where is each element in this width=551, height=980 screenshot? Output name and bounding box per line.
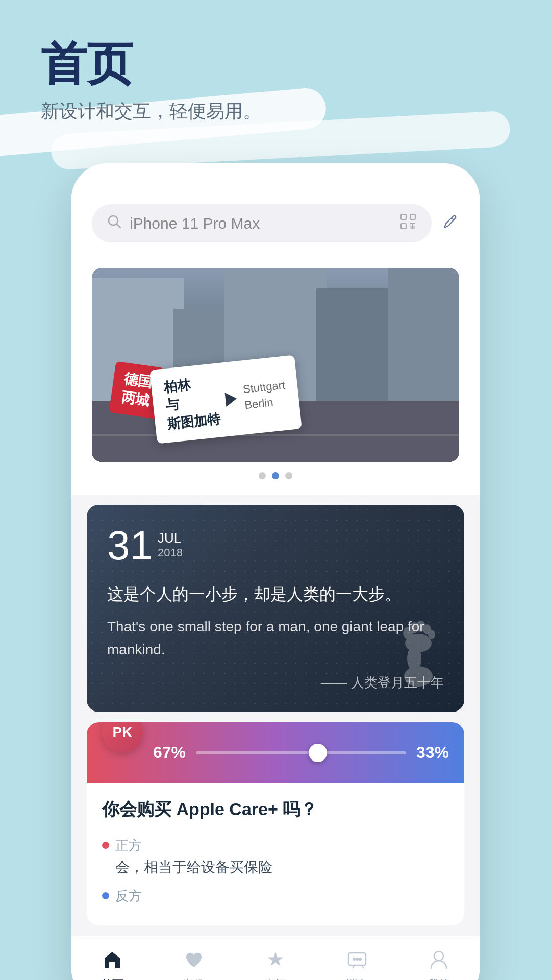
pk-card[interactable]: PK 67% 33% 你会购买 Apple Care+ 吗？ 正方 会，相当于给…	[87, 722, 464, 925]
page-header: 首页 新设计和交互，轻便易用。	[41, 41, 261, 124]
quote-text-en: That's one small step for a man, one gia…	[107, 616, 444, 662]
svg-line-1	[117, 224, 120, 228]
nav-item-messages[interactable]: 消息	[344, 946, 370, 980]
pk-percent-right: 33%	[416, 743, 449, 762]
pk-option-con: 反方	[87, 882, 464, 910]
edit-icon[interactable]	[442, 213, 459, 234]
user-icon	[425, 946, 452, 973]
pk-bar: PK 67% 33%	[87, 722, 464, 783]
svg-rect-4	[401, 224, 406, 229]
bottom-nav: 首页 兴趣 点评	[71, 936, 480, 980]
search-icon	[107, 214, 121, 232]
banner-dot-2[interactable]	[272, 472, 279, 479]
pk-slider-track[interactable]	[196, 751, 406, 754]
pk-option-pro-content: 会，相当于给设备买保险	[102, 857, 449, 877]
nav-label-messages: 消息	[346, 977, 368, 980]
home-icon	[99, 946, 126, 973]
svg-point-21	[434, 951, 443, 961]
banner-white-card: 柏林 与 斯图加特 Stuttgart Berlin	[149, 355, 302, 444]
banner-dot-3[interactable]	[285, 472, 292, 479]
search-area: iPhone 11 Pro Max	[71, 189, 480, 258]
banner-area: 德国 两城 柏林 与 斯图加特 Stuttgart Berlin	[71, 258, 480, 495]
nav-label-profile: 我的	[428, 977, 450, 980]
phone-mockup: iPhone 11 Pro Max	[71, 163, 480, 980]
scan-icon[interactable]	[400, 213, 416, 233]
pk-dot-blue	[102, 892, 109, 899]
quote-date: JUL 2018	[158, 525, 183, 559]
pk-option-pro-label: 正方	[102, 837, 449, 854]
pk-question: 你会购买 Apple Care+ 吗？	[87, 783, 464, 831]
quote-card[interactable]: 31 JUL 2018 这是个人的一小步，却是人类的一大步。 That's on…	[87, 505, 464, 712]
banner-arrow-icon	[225, 391, 238, 406]
search-placeholder: iPhone 11 Pro Max	[130, 215, 392, 232]
heart-icon	[181, 946, 207, 973]
banner-sub-text: Stuttgart Berlin	[242, 377, 288, 413]
quote-source: —— 人类登月五十年	[107, 674, 444, 692]
star-icon	[262, 946, 289, 973]
phone-content: iPhone 11 Pro Max	[71, 189, 480, 980]
nav-item-home[interactable]: 首页	[99, 946, 126, 980]
nav-label-interests: 兴趣	[183, 977, 205, 980]
pk-option-pro: 正方 会，相当于给设备买保险	[87, 831, 464, 882]
banner-image: 德国 两城 柏林 与 斯图加特 Stuttgart Berlin	[92, 268, 459, 462]
nav-label-home: 首页	[101, 977, 123, 980]
quote-text-zh: 这是个人的一小步，却是人类的一大步。	[107, 581, 444, 607]
svg-rect-7	[410, 226, 415, 229]
quote-day: 31	[107, 525, 153, 566]
svg-rect-3	[410, 214, 415, 219]
svg-rect-2	[401, 214, 406, 219]
search-bar[interactable]: iPhone 11 Pro Max	[92, 204, 432, 242]
banner-dot-1[interactable]	[259, 472, 266, 479]
nav-item-interests[interactable]: 兴趣	[181, 946, 207, 980]
pk-dot-red	[102, 842, 109, 849]
pk-option-con-label: 反方	[102, 887, 449, 905]
banner-dots	[71, 472, 480, 479]
nav-item-profile[interactable]: 我的	[425, 946, 452, 980]
svg-point-20	[359, 958, 362, 961]
pk-percent-left: 67%	[153, 743, 186, 762]
svg-point-19	[356, 958, 359, 961]
message-icon	[344, 946, 370, 973]
nav-item-reviews[interactable]: 点评	[262, 946, 289, 980]
pk-slider-thumb[interactable]	[309, 744, 327, 762]
svg-point-18	[353, 958, 356, 961]
pk-badge: PK	[102, 722, 143, 753]
page-title: 首页	[41, 41, 261, 87]
nav-label-reviews: 点评	[264, 977, 287, 980]
banner-scroll[interactable]: 德国 两城 柏林 与 斯图加特 Stuttgart Berlin	[71, 268, 480, 462]
page-subtitle: 新设计和交互，轻便易用。	[41, 99, 261, 124]
